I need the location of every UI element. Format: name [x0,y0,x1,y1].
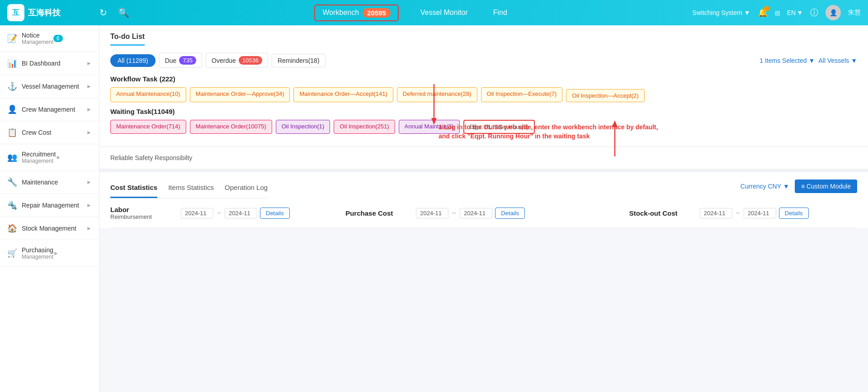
sidebar-item-label: Crew Cost [22,129,86,136]
language-selector[interactable]: EN ▼ [787,9,803,16]
reliability-text: Reliable Safety Responsibilty [110,154,192,161]
stockout-details-button[interactable]: Details [779,208,809,219]
user-name: 朱慧 [848,9,861,17]
sidebar-item-bi-dashboard[interactable]: 📊 BI Dashboard ► [0,52,99,75]
vessel-monitor-menu[interactable]: Vessel Monitor [417,7,472,19]
sidebar-item-repair-management[interactable]: 🔩 Repair Management ► [0,194,99,217]
sidebar-item-crew-management[interactable]: 👤 Crew Management ► [0,98,99,121]
main-layout: 📝 Notice Management 6 📊 BI Dashboard ► ⚓… [0,25,868,392]
sidebar-item-label: Vessel Management [22,83,86,90]
labor-to-input[interactable] [225,208,257,218]
sidebar-item-label: Repair Management [22,202,86,209]
switching-system-button[interactable]: Switching System ▼ [692,9,750,16]
task-tag-oil-execute[interactable]: Oil Inspection—Execute(7) [481,87,563,102]
sidebar-item-label: Maintenance [22,179,86,186]
sidebar-item-sublabel: Management [22,254,53,260]
find-menu[interactable]: Find [490,7,511,19]
items-selected[interactable]: 1 Items Selected ▼ [760,57,815,64]
purchase-from-input[interactable] [416,208,448,218]
reliability-section: Reliable Safety Responsibilty [99,146,868,169]
sidebar-item-maintenance[interactable]: 🔧 Maintenance ► [0,171,99,194]
task-tag-annual-maintain[interactable]: Annual Maintain(3) [399,120,460,134]
tab-overdue[interactable]: Overdue 10536 [206,53,268,68]
labor-from-input[interactable] [181,208,213,218]
logo-icon: 互 [7,4,24,21]
cost-row-labor: Labor Reimbursement ～ Details Purchase C… [110,198,857,228]
task-tag-oil-accept[interactable]: Oil Inspection—Accept(2) [566,89,644,102]
help-icon[interactable]: ⓘ [810,7,818,18]
chevron-right-icon: ► [86,106,92,113]
notice-badge: 6 [53,35,63,42]
stats-tabs-row: Cost Statistics Items Statistics Operati… [110,179,857,198]
tab-operation-log[interactable]: Operation Log [225,184,268,198]
repair-icon: 🔩 [7,200,17,210]
header-nav: ↻ 🔍 [96,5,133,20]
sidebar-item-stock-management[interactable]: 🏠 Stock Management ► [0,217,99,240]
sidebar-item-crew-cost[interactable]: 📋 Crew Cost ► [0,121,99,144]
task-tag-maint-order-10075[interactable]: Maintenance Order(10075) [190,120,272,134]
stats-tab-right: Currency CNY ▼ ≡ Custom Module [741,179,857,198]
task-tag-deferred-maintenance[interactable]: Deferred maintenance(28) [397,87,477,102]
tab-due[interactable]: Due 735 [159,53,202,68]
purchase-to-input[interactable] [460,208,492,218]
task-tag-oil-insp-1[interactable]: Oil Inspection(1) [276,120,330,134]
task-tag-oil-insp-251[interactable]: Oil Inspection(251) [334,120,395,134]
labor-details-button[interactable]: Details [260,208,290,219]
user-avatar: 👤 [826,5,841,20]
sidebar-item-label: Purchasing [22,246,53,254]
labor-label: Labor [110,206,174,213]
task-tag-maintenance-approve[interactable]: Maintenance Order—Approve(34) [190,87,290,102]
all-vessels[interactable]: All Vessels ▼ [818,57,857,64]
sidebar-item-notice[interactable]: 📝 Notice Management 6 [0,25,99,52]
todo-title: To-do List [110,33,857,53]
task-tag-maintenance-accept[interactable]: Maintenance Order—Accept(141) [293,87,393,102]
sidebar-item-label: Crew Management [22,106,86,113]
notification-badge [764,6,769,11]
sidebar-item-recruitment[interactable]: 👥 Recruitment Management ► [0,144,99,171]
workbench-button[interactable]: Workbench 20595 [314,5,398,21]
fullscreen-icon[interactable]: ⧆ [775,8,780,18]
labor-date-range: ～ Details [181,208,290,219]
purchasing-icon: 🛒 [7,248,17,258]
tab-items-statistics[interactable]: Items Statistics [168,184,214,198]
due-badge: 735 [179,56,196,65]
chevron-right-icon: ► [86,60,92,66]
stock-icon: 🏠 [7,223,17,233]
sidebar-item-label: Recruitment [22,151,56,158]
chevron-right-icon: ► [86,83,92,90]
custom-module-button[interactable]: ≡ Custom Module [795,179,857,193]
stockout-to-input[interactable] [744,208,776,218]
crew-cost-icon: 📋 [7,128,17,137]
crew-icon: 👤 [7,104,17,114]
waiting-task-section: Waiting Task(11049) Maintenance Order(71… [110,108,857,134]
task-tag-eqpt-running-hour[interactable]: Eqpt. Running Hour(5) [463,120,535,134]
workflow-task-section: Workflow Task (222) Annual Maintenance(1… [110,75,857,102]
stockout-cost-section: Stock-out Cost ～ Details [580,208,857,219]
logo: 互 互海科技 [7,4,89,21]
task-tag-annual-maintenance[interactable]: Annual Maintenance(10) [110,87,186,102]
waiting-task-title: Waiting Task(11049) [110,108,857,115]
back-icon[interactable]: ↻ [96,5,111,20]
sidebar-item-purchasing[interactable]: 🛒 Purchasing Management ► [0,240,99,267]
purchase-details-button[interactable]: Details [495,208,525,219]
tab-all[interactable]: All (11289) [110,54,156,67]
chevron-right-icon: ► [53,250,59,256]
tab-cost-statistics[interactable]: Cost Statistics [110,184,157,198]
stockout-from-input[interactable] [700,208,732,218]
workbench-label: Workbench [322,9,359,17]
sidebar-item-sublabel: Management [22,39,53,45]
tab-reminders[interactable]: Reminders(18) [272,54,326,67]
notification-icon[interactable]: 🔔 [758,8,768,18]
maintenance-icon: 🔧 [7,177,17,187]
recruitment-icon: 👥 [7,152,17,162]
task-tag-maint-order-714[interactable]: Maintenance Order(714) [110,120,186,134]
sidebar-item-vessel-management[interactable]: ⚓ Vessel Management ► [0,75,99,98]
stockout-label: Stock-out Cost [629,209,693,217]
chevron-right-icon: ► [86,225,92,231]
search-icon[interactable]: 🔍 [114,5,133,20]
todo-tab-bar: All (11289) Due 735 Overdue 10536 Remind… [110,53,857,68]
currency-select[interactable]: Currency CNY ▼ [741,183,789,190]
notice-icon: 📝 [7,33,17,43]
header: 互 互海科技 ↻ 🔍 Workbench 20595 Vessel Monito… [0,0,868,25]
chevron-right-icon: ► [56,154,61,161]
